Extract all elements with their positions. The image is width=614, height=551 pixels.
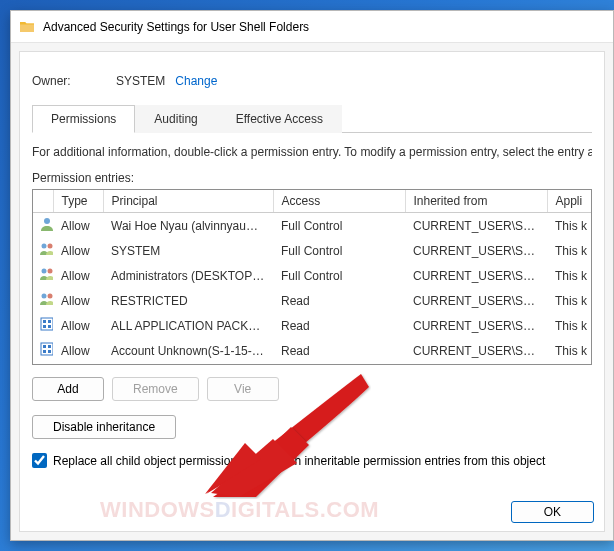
dialog-window: Advanced Security Settings for User Shel… (10, 10, 614, 541)
cell-applies: This k (547, 338, 592, 363)
cell-access: Read (273, 288, 405, 313)
cell-type: Allow (53, 238, 103, 263)
owner-value: SYSTEM (116, 74, 165, 88)
cell-inherited: CURRENT_USER\Softw... (405, 238, 547, 263)
table-row[interactable]: AllowAdministrators (DESKTOP-HH...Full C… (33, 263, 592, 288)
cell-principal: Administrators (DESKTOP-HH... (103, 263, 273, 288)
app-package-icon (39, 316, 53, 332)
cell-inherited: CURRENT_USER\Softw... (405, 213, 547, 239)
replace-child-label[interactable]: Replace all child object permission entr… (53, 454, 545, 468)
svg-rect-13 (43, 345, 46, 348)
col-principal[interactable]: Principal (103, 190, 273, 213)
window-title: Advanced Security Settings for User Shel… (43, 20, 309, 34)
svg-rect-15 (43, 350, 46, 353)
cell-type: Allow (53, 213, 103, 239)
cell-applies: This k (547, 288, 592, 313)
owner-change-link[interactable]: Change (175, 74, 217, 88)
cell-applies: This k (547, 213, 592, 239)
cell-principal: SYSTEM (103, 238, 273, 263)
svg-rect-9 (48, 320, 51, 323)
replace-child-checkbox[interactable] (32, 453, 47, 468)
add-button[interactable]: Add (32, 377, 104, 401)
table-row[interactable]: AllowALL APPLICATION PACKAGESReadCURRENT… (33, 313, 592, 338)
tab-effective-access[interactable]: Effective Access (217, 105, 342, 133)
cell-inherited: CURRENT_USER\Softw... (405, 263, 547, 288)
cell-access: Full Control (273, 263, 405, 288)
cell-principal: RESTRICTED (103, 288, 273, 313)
user-group-icon (39, 266, 53, 282)
svg-rect-7 (41, 318, 53, 330)
cell-access: Read (273, 313, 405, 338)
app-package-icon (39, 341, 53, 357)
svg-rect-14 (48, 345, 51, 348)
cell-access: Full Control (273, 238, 405, 263)
cell-principal: Account Unknown(S-1-15-3-... (103, 338, 273, 363)
table-header: Type Principal Access Inherited from App… (33, 190, 592, 213)
col-type[interactable]: Type (53, 190, 103, 213)
table-row[interactable]: AllowRESTRICTEDReadCURRENT_USER\Softw...… (33, 288, 592, 313)
tab-permissions[interactable]: Permissions (32, 105, 135, 133)
svg-rect-11 (48, 325, 51, 328)
info-text: For additional information, double-click… (32, 145, 592, 159)
svg-point-5 (42, 294, 47, 299)
cell-type: Allow (53, 288, 103, 313)
svg-point-3 (42, 269, 47, 274)
cell-inherited: CURRENT_USER\Softw... (405, 313, 547, 338)
svg-point-0 (44, 218, 50, 224)
cell-access: Full Control (273, 213, 405, 239)
svg-point-6 (48, 294, 53, 299)
owner-label: Owner: (32, 74, 116, 88)
cell-access: Read (273, 338, 405, 363)
cell-principal: Wai Hoe Nyau (alvinnyau@o... (103, 213, 273, 239)
svg-point-2 (48, 244, 53, 249)
entries-label: Permission entries: (32, 171, 592, 185)
cell-inherited: CURRENT_USER\Softw... (405, 338, 547, 363)
col-access[interactable]: Access (273, 190, 405, 213)
user-single-icon (39, 216, 53, 232)
cell-applies: This k (547, 313, 592, 338)
cell-type: Allow (53, 263, 103, 288)
tab-auditing[interactable]: Auditing (135, 105, 216, 133)
table-row[interactable]: AllowWai Hoe Nyau (alvinnyau@o...Full Co… (33, 213, 592, 239)
owner-row: Owner: SYSTEM Change (32, 74, 592, 88)
svg-rect-12 (41, 343, 53, 355)
user-group-icon (39, 291, 53, 307)
cell-principal: ALL APPLICATION PACKAGES (103, 313, 273, 338)
user-group-icon (39, 241, 53, 257)
disable-inheritance-button[interactable]: Disable inheritance (32, 415, 176, 439)
col-applies[interactable]: Appli (547, 190, 592, 213)
svg-rect-8 (43, 320, 46, 323)
table-row[interactable]: AllowSYSTEMFull ControlCURRENT_USER\Soft… (33, 238, 592, 263)
svg-rect-10 (43, 325, 46, 328)
cell-inherited: CURRENT_USER\Softw... (405, 288, 547, 313)
folder-icon (19, 19, 35, 35)
watermark: WINDOWSDIGITALS.COM (100, 497, 379, 523)
svg-point-1 (42, 244, 47, 249)
titlebar: Advanced Security Settings for User Shel… (11, 11, 613, 43)
ok-button[interactable]: OK (511, 501, 594, 523)
content-pane: Owner: SYSTEM Change Permissions Auditin… (19, 51, 605, 532)
table-row[interactable]: AllowAccount Unknown(S-1-15-3-...ReadCUR… (33, 338, 592, 363)
replace-child-row: Replace all child object permission entr… (32, 453, 592, 468)
cell-type: Allow (53, 313, 103, 338)
svg-rect-16 (48, 350, 51, 353)
button-row: Add Remove Vie (32, 377, 592, 401)
svg-point-4 (48, 269, 53, 274)
tabs: Permissions Auditing Effective Access (32, 104, 592, 133)
col-inherited[interactable]: Inherited from (405, 190, 547, 213)
view-button: Vie (207, 377, 279, 401)
remove-button: Remove (112, 377, 199, 401)
cell-applies: This k (547, 238, 592, 263)
cell-applies: This k (547, 263, 592, 288)
permissions-table: Type Principal Access Inherited from App… (32, 189, 592, 365)
cell-type: Allow (53, 338, 103, 363)
